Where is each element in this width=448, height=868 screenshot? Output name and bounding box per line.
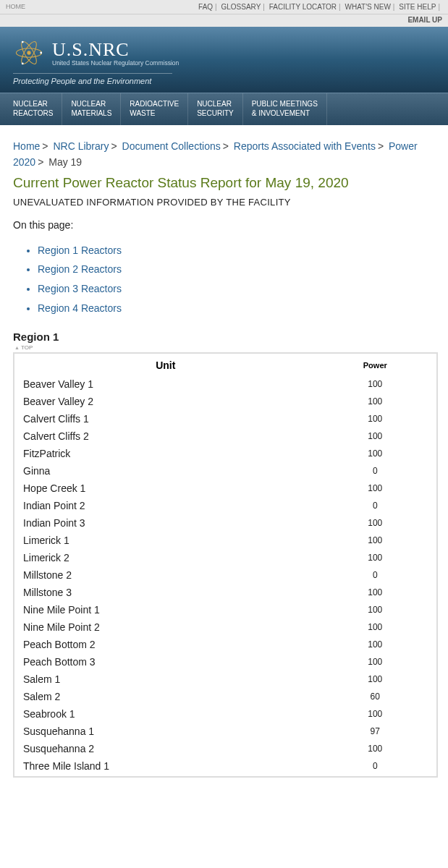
unit-cell: FitzPatrick xyxy=(16,445,316,462)
site-help-link[interactable]: SITE HELP xyxy=(399,3,436,11)
table-row: Seabrook 1100 xyxy=(16,705,435,723)
brand-subtitle: United States Nuclear Regulatory Commiss… xyxy=(52,59,179,67)
power-cell: 60 xyxy=(316,688,435,705)
power-cell: 100 xyxy=(316,601,435,618)
unit-cell: Salem 2 xyxy=(16,688,316,705)
unit-cell: Beaver Valley 2 xyxy=(16,393,316,410)
power-cell: 100 xyxy=(316,671,435,688)
power-cell: 0 xyxy=(316,497,435,514)
brand-tagline: Protecting People and the Environment xyxy=(13,73,172,85)
anchor-list: Region 1 Reactors Region 2 Reactors Regi… xyxy=(38,241,438,318)
crumb-docs[interactable]: Document Collections xyxy=(122,140,221,152)
table-row: Ginna0 xyxy=(16,462,435,480)
crumb-home[interactable]: Home xyxy=(13,140,40,152)
whats-new-link[interactable]: WHAT'S NEW xyxy=(345,3,390,11)
table-row: Three Mile Island 10 xyxy=(16,757,435,775)
nav-materials[interactable]: NUCLEARMATERIALS xyxy=(62,93,121,125)
unit-cell: Hope Creek 1 xyxy=(16,480,316,497)
facility-locator-link[interactable]: FACILITY LOCATOR xyxy=(269,3,337,11)
crumb-reports[interactable]: Reports Associated with Events xyxy=(234,140,376,152)
atom-logo-icon xyxy=(13,37,45,69)
power-cell: 100 xyxy=(316,480,435,497)
unit-cell: Millstone 3 xyxy=(16,584,316,601)
power-cell: 100 xyxy=(316,532,435,549)
power-cell: 100 xyxy=(316,740,435,757)
unit-cell: Calvert Cliffs 2 xyxy=(16,427,316,445)
power-cell: 100 xyxy=(316,445,435,462)
power-cell: 100 xyxy=(316,514,435,532)
crumb-power[interactable]: Power xyxy=(389,140,418,152)
region-heading: Region 1 xyxy=(13,331,438,343)
anchor-region-2[interactable]: Region 2 Reactors xyxy=(38,260,438,279)
unit-cell: Ginna xyxy=(16,462,316,480)
glossary-link[interactable]: GLOSSARY xyxy=(221,3,261,11)
table-row: Indian Point 20 xyxy=(16,497,435,514)
unit-cell: Susquehanna 1 xyxy=(16,723,316,740)
anchor-region-1[interactable]: Region 1 Reactors xyxy=(38,241,438,260)
power-cell: 100 xyxy=(316,427,435,445)
unit-cell: Indian Point 3 xyxy=(16,514,316,532)
power-cell: 100 xyxy=(316,393,435,410)
power-cell: 100 xyxy=(316,653,435,671)
svg-point-0 xyxy=(27,51,30,54)
svg-point-6 xyxy=(22,63,24,65)
anchor-region-4[interactable]: Region 4 Reactors xyxy=(38,299,438,318)
home-link[interactable]: HOME xyxy=(6,3,25,10)
nav-reactors[interactable]: NUCLEARREACTORS xyxy=(0,93,62,125)
unit-cell: Calvert Cliffs 1 xyxy=(16,410,316,427)
main-content: Home> NRC Library> Document Collections>… xyxy=(0,125,448,788)
power-cell: 97 xyxy=(316,723,435,740)
unit-cell: Limerick 2 xyxy=(16,549,316,566)
reactor-table: Unit Power Beaver Valley 1100Beaver Vall… xyxy=(16,355,435,775)
table-row: Calvert Cliffs 1100 xyxy=(16,410,435,427)
table-row: Beaver Valley 1100 xyxy=(16,375,435,393)
table-row: Beaver Valley 2100 xyxy=(16,393,435,410)
table-row: Indian Point 3100 xyxy=(16,514,435,532)
unit-cell: Indian Point 2 xyxy=(16,497,316,514)
table-row: Susquehanna 197 xyxy=(16,723,435,740)
unit-cell: Peach Bottom 2 xyxy=(16,636,316,653)
svg-point-5 xyxy=(22,41,24,43)
svg-point-4 xyxy=(40,52,42,54)
unit-cell: Beaver Valley 1 xyxy=(16,375,316,393)
power-cell: 100 xyxy=(316,618,435,636)
page-title: Current Power Reactor Status Report for … xyxy=(13,175,438,191)
power-cell: 100 xyxy=(316,375,435,393)
reactor-table-wrap: Unit Power Beaver Valley 1100Beaver Vall… xyxy=(13,352,438,778)
table-row: FitzPatrick100 xyxy=(16,445,435,462)
power-cell: 0 xyxy=(316,462,435,480)
nav-waste[interactable]: RADIOACTIVEWASTE xyxy=(121,93,188,125)
table-row: Salem 1100 xyxy=(16,671,435,688)
unit-cell: Limerick 1 xyxy=(16,532,316,549)
crumb-year[interactable]: 2020 xyxy=(13,156,35,168)
table-row: Millstone 3100 xyxy=(16,584,435,601)
utility-nav: HOME FAQ| GLOSSARY| FACILITY LOCATOR| WH… xyxy=(0,0,448,14)
anchor-region-3[interactable]: Region 3 Reactors xyxy=(38,279,438,299)
power-cell: 0 xyxy=(316,757,435,775)
main-nav: NUCLEARREACTORS NUCLEARMATERIALS RADIOAC… xyxy=(0,93,448,125)
unit-cell: Seabrook 1 xyxy=(16,705,316,723)
col-power: Power xyxy=(316,355,435,375)
power-cell: 100 xyxy=(316,705,435,723)
power-cell: 0 xyxy=(316,566,435,584)
brand-name: U.S.NRC xyxy=(52,39,179,61)
crumb-library[interactable]: NRC Library xyxy=(53,140,109,152)
back-to-top-link[interactable]: TOP xyxy=(14,344,438,351)
table-row: Millstone 20 xyxy=(16,566,435,584)
unit-cell: Nine Mile Point 1 xyxy=(16,601,316,618)
nav-security[interactable]: NUCLEARSECURITY xyxy=(188,93,243,125)
nav-public-meetings[interactable]: PUBLIC MEETINGS& INVOLVEMENT xyxy=(243,93,327,125)
power-cell: 100 xyxy=(316,410,435,427)
email-updates-link[interactable]: EMAIL UP xyxy=(0,14,448,27)
col-unit: Unit xyxy=(16,355,316,375)
power-cell: 100 xyxy=(316,549,435,566)
table-row: Nine Mile Point 1100 xyxy=(16,601,435,618)
notice-text: UNEVALUATED INFORMATION PROVIDED BY THE … xyxy=(13,197,438,208)
unit-cell: Three Mile Island 1 xyxy=(16,757,316,775)
faq-link[interactable]: FAQ xyxy=(198,3,213,11)
unit-cell: Nine Mile Point 2 xyxy=(16,618,316,636)
table-row: Calvert Cliffs 2100 xyxy=(16,427,435,445)
unit-cell: Peach Bottom 3 xyxy=(16,653,316,671)
table-row: Salem 260 xyxy=(16,688,435,705)
crumb-current: May 19 xyxy=(48,156,82,168)
